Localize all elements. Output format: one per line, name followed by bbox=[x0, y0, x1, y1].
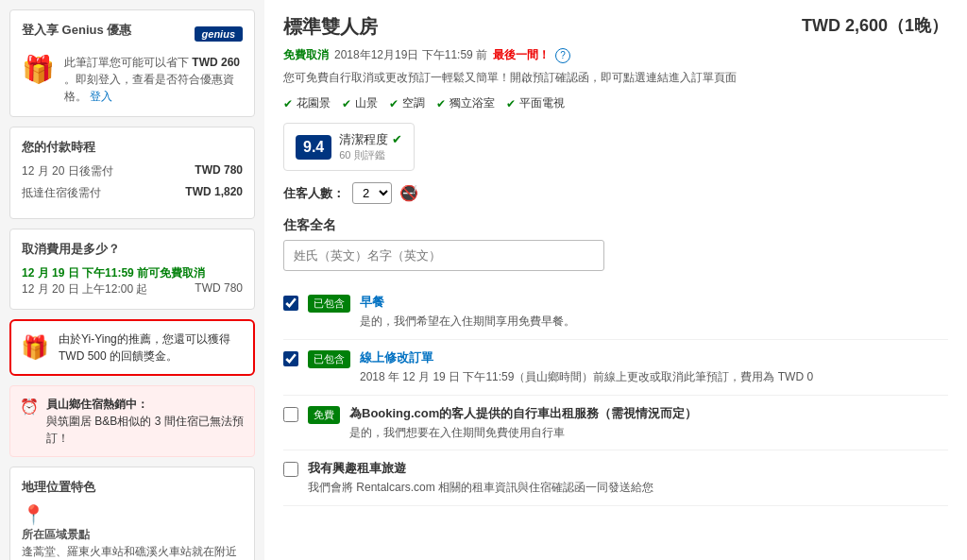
room-header: 標準雙人房 TWD 2,600（1晚） bbox=[283, 14, 948, 40]
room-price: TWD 2,600（1晚） bbox=[802, 14, 948, 37]
genius-text: 此筆訂單您可能可以省下 TWD 260 。即刻登入，查看是否符合優惠資格。 登入 bbox=[64, 54, 243, 105]
option-bike-checkbox[interactable] bbox=[283, 407, 298, 422]
check-icon: ✔ bbox=[342, 97, 351, 110]
option-modify-desc: 2018 年 12 月 19 日 下午11:59（員山鄉時間）前線上更改或取消此… bbox=[360, 369, 948, 385]
genius-header: 登入享 Genius 優惠 genius bbox=[22, 22, 243, 46]
last-chance-label: 最後一間！ bbox=[493, 47, 550, 63]
option-modify: 已包含 線上修改訂單 2018 年 12 月 19 日 下午11:59（員山鄉時… bbox=[283, 340, 948, 396]
genius-section: 登入享 Genius 優惠 genius 🎁 此筆訂單您可能可以省下 TWD 2… bbox=[9, 9, 255, 117]
cancellation-title: 取消費用是多少？ bbox=[22, 241, 243, 258]
guests-row: 住客人數： 2 1 3 4 🚭 bbox=[283, 182, 948, 204]
option-breakfast-checkbox[interactable] bbox=[283, 296, 298, 311]
no-smoking-icon: 🚭 bbox=[399, 184, 418, 202]
check-icon: ✔ bbox=[436, 97, 446, 110]
amenity-label: 獨立浴室 bbox=[450, 95, 495, 111]
payment-section: 您的付款時程 12 月 20 日後需付 TWD 780 抵達住宿後需付 TWD … bbox=[9, 127, 255, 219]
genius-amount: TWD 260 bbox=[192, 56, 240, 69]
cleanliness-box: 9.4 清潔程度 ✔ 60 則評鑑 bbox=[283, 123, 415, 171]
location-title: 地理位置特色 bbox=[22, 479, 243, 496]
room-title: 標準雙人房 bbox=[283, 14, 378, 40]
check-icon: ✔ bbox=[389, 97, 399, 110]
guest-name-input[interactable] bbox=[283, 240, 604, 271]
option-bike: 免費 為Booking.com的客人提供的自行車出租服務（需視情況而定） 是的，… bbox=[283, 396, 948, 451]
guest-name-section: 住客全名 bbox=[283, 217, 948, 271]
option-car: 我有興趣租車旅遊 我們會將 Rentalcars.com 相關的租車資訊與住宿確… bbox=[283, 450, 948, 506]
cancel-date: 2018年12月19日 下午11:59 前 bbox=[334, 47, 487, 63]
location-content: 📍 所在區域景點 逢蒿堂、羅東火車站和礁溪火車站就在附近 bbox=[22, 503, 243, 560]
option-bike-tag: 免費 bbox=[308, 406, 340, 424]
location-pin-icon: 📍 bbox=[22, 504, 45, 525]
free-cancel-bar: 免費取消 2018年12月19日 下午11:59 前 最後一間！ ? bbox=[283, 47, 948, 63]
guest-name-label: 住客全名 bbox=[283, 217, 948, 234]
amenity-tv: ✔ 平面電視 bbox=[506, 95, 565, 111]
main-content: 標準雙人房 TWD 2,600（1晚） 免費取消 2018年12月19日 下午1… bbox=[264, 0, 967, 560]
review-count: 60 則評鑑 bbox=[339, 148, 402, 162]
cancel-free-label: 12 月 19 日 下午11:59 前可免費取消 bbox=[22, 265, 243, 281]
amenity-label: 山景 bbox=[355, 95, 378, 111]
option-breakfast-desc: 是的，我們希望在入住期間享用免費早餐。 bbox=[360, 314, 948, 330]
sidebar: 登入享 Genius 優惠 genius 🎁 此筆訂單您可能可以省下 TWD 2… bbox=[0, 0, 264, 560]
amenity-bathroom: ✔ 獨立浴室 bbox=[436, 95, 495, 111]
option-breakfast-title: 早餐 bbox=[360, 294, 948, 311]
alarm-icon: ⏰ bbox=[20, 398, 39, 416]
cancel-paid-row: 12 月 20 日 上午12:00 起 TWD 780 bbox=[22, 281, 243, 297]
payment-row-1: 12 月 20 日後需付 TWD 780 bbox=[22, 163, 243, 179]
cancellation-section: 取消費用是多少？ 12 月 19 日 下午11:59 前可免費取消 12 月 2… bbox=[9, 229, 255, 310]
gift-icon: 🎁 bbox=[22, 54, 55, 85]
option-car-title: 我有興趣租車旅遊 bbox=[308, 460, 948, 477]
info-icon[interactable]: ? bbox=[555, 48, 570, 63]
location-desc: 逢蒿堂、羅東火車站和礁溪火車站就在附近 bbox=[22, 543, 243, 560]
amenity-label: 花園景 bbox=[297, 95, 331, 111]
cleanliness-label: 清潔程度 ✔ bbox=[339, 131, 402, 148]
amenity-garden: ✔ 花園景 bbox=[283, 95, 331, 111]
guests-select[interactable]: 2 1 3 4 bbox=[352, 182, 392, 204]
hot-text: 員山鄉住宿熱銷中： 與筑圍居 B&B相似的 3 間住宿已無法預訂！ bbox=[46, 396, 245, 447]
referral-text: 由於Yi-Ying的推薦，您還可以獲得 TWD 500 的回饋獎金。 bbox=[59, 331, 244, 365]
amenities-list: ✔ 花園景 ✔ 山景 ✔ 空調 ✔ 獨立浴室 ✔ 平面電視 bbox=[283, 95, 948, 111]
amenity-label: 平面電視 bbox=[519, 95, 565, 111]
genius-title: 登入享 Genius 優惠 bbox=[22, 22, 131, 39]
cleanliness-score: 9.4 bbox=[296, 135, 331, 160]
option-car-checkbox[interactable] bbox=[283, 462, 298, 477]
booking-note: 您可免費自行取消或更改預訂一輕鬆又簡單！開啟預訂確認函，即可點選連結進入訂單頁面 bbox=[283, 69, 948, 86]
options-list: 已包含 早餐 是的，我們希望在入住期間享用免費早餐。 已包含 線上修改訂單 20… bbox=[283, 284, 948, 506]
check-icon: ✔ bbox=[283, 97, 293, 110]
option-modify-tag: 已包含 bbox=[308, 350, 350, 368]
option-car-desc: 我們會將 Rentalcars.com 相關的租車資訊與住宿確認函一同發送給您 bbox=[308, 480, 948, 496]
option-breakfast: 已包含 早餐 是的，我們希望在入住期間享用免費早餐。 bbox=[283, 284, 948, 340]
check-icon: ✔ bbox=[506, 97, 516, 110]
genius-badge: genius bbox=[195, 26, 243, 42]
amenity-mountain: ✔ 山景 bbox=[342, 95, 378, 111]
option-modify-checkbox[interactable] bbox=[283, 351, 298, 366]
payment-title: 您的付款時程 bbox=[22, 139, 243, 156]
guests-label: 住客人數： bbox=[283, 185, 345, 202]
free-cancel-label: 免費取消 bbox=[283, 47, 329, 63]
location-label: 所在區域景點 bbox=[22, 526, 243, 543]
location-section: 地理位置特色 📍 所在區域景點 逢蒿堂、羅東火車站和礁溪火車站就在附近 bbox=[9, 467, 255, 560]
login-link[interactable]: 登入 bbox=[90, 90, 112, 103]
amenity-ac: ✔ 空調 bbox=[389, 95, 425, 111]
referral-icon: 🎁 bbox=[21, 334, 49, 361]
hot-booking-section: ⏰ 員山鄉住宿熱銷中： 與筑圍居 B&B相似的 3 間住宿已無法預訂！ bbox=[9, 385, 255, 457]
option-breakfast-tag: 已包含 bbox=[308, 295, 350, 313]
option-modify-title: 線上修改訂單 bbox=[360, 349, 948, 366]
option-bike-desc: 是的，我們想要在入住期間免費使用自行車 bbox=[349, 425, 948, 441]
payment-row-2: 抵達住宿後需付 TWD 1,820 bbox=[22, 185, 243, 201]
amenity-label: 空調 bbox=[402, 95, 425, 111]
option-bike-title: 為Booking.com的客人提供的自行車出租服務（需視情況而定） bbox=[349, 405, 948, 422]
referral-box: 🎁 由於Yi-Ying的推薦，您還可以獲得 TWD 500 的回饋獎金。 bbox=[9, 319, 255, 376]
genius-content: 🎁 此筆訂單您可能可以省下 TWD 260 。即刻登入，查看是否符合優惠資格。 … bbox=[22, 54, 243, 105]
